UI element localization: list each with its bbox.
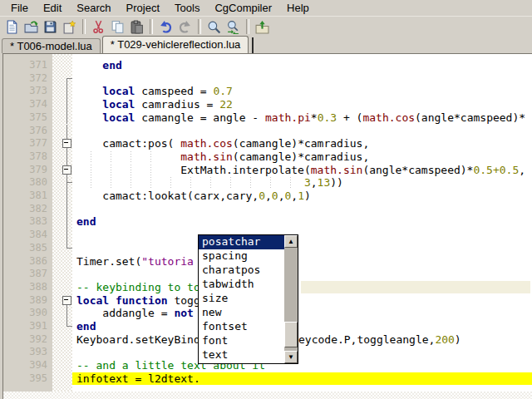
find-replace-button[interactable] [224, 17, 243, 36]
code-line-371[interactable]: end [72, 59, 532, 72]
fold-marker [52, 98, 72, 111]
toolbar-separator [246, 19, 249, 34]
code-line-378[interactable]: math.sin(camangle)*camradius, [72, 150, 532, 164]
scrollbar-thumb[interactable] [284, 322, 298, 347]
autocomplete-item-text[interactable]: text [199, 348, 284, 362]
line-number: 381 [14, 190, 47, 203]
line-number: 390 [14, 307, 47, 320]
redo-button[interactable] [175, 17, 195, 36]
code-line-376[interactable] [72, 125, 532, 138]
line-number: 384 [14, 229, 47, 242]
menu-search[interactable]: Search [69, 1, 118, 15]
code-line-388[interactable]: -- keybinding to to [72, 281, 532, 294]
code-text: camact:lookat(carx,cary,0,0,0,1) [76, 190, 311, 203]
fold-collapse-icon[interactable] [52, 294, 72, 308]
menu-help[interactable]: Help [279, 1, 317, 15]
copy-icon [111, 20, 125, 34]
fold-marker [52, 176, 72, 190]
line-number: 395 [14, 372, 47, 386]
menu-file[interactable]: File [3, 1, 36, 15]
line-number: 394 [14, 359, 47, 372]
new-button[interactable] [2, 17, 22, 36]
autocomplete-item-spacing[interactable]: spacing [199, 249, 284, 264]
open-button[interactable] [22, 17, 41, 36]
line-number-gutter[interactable]: 3713723733743753763773783793803813823833… [3, 54, 52, 399]
menu-tools[interactable]: Tools [167, 1, 207, 15]
code-line-384[interactable] [72, 229, 532, 242]
find-replace-icon [226, 20, 240, 34]
code-line-381[interactable]: camact:lookat(carx,cary,0,0,0,1) [72, 190, 532, 203]
menu-edit[interactable]: Edit [36, 1, 69, 15]
tab-t029-vehiclereflection[interactable]: * T029-vehiclereflection.lua [102, 36, 249, 53]
autocomplete-item-posatchar[interactable]: posatchar [199, 235, 284, 249]
code-text: end [76, 59, 122, 72]
autocomplete-popup[interactable]: posatcharspacingcharatpostabwidthsizenew… [198, 234, 298, 364]
line-number: 377 [14, 137, 47, 150]
code-line-375[interactable]: local camangle = angle - math.pi*0.3 + (… [72, 111, 532, 125]
code-line-373[interactable]: local camspeed = 0.7 [72, 85, 532, 98]
line-number: 374 [14, 98, 47, 111]
code-line-379[interactable]: ExtMath.interpolate(math.sin(angle*camsp… [72, 164, 532, 177]
line-number: 385 [14, 242, 47, 255]
import-button[interactable] [253, 17, 272, 36]
autocomplete-scrollbar[interactable]: ▲ ▼ [284, 235, 298, 363]
code-line-374[interactable]: local camradius = 22 [72, 98, 532, 111]
code-line-389[interactable]: local function togg [72, 294, 532, 308]
autocomplete-item-charatpos[interactable]: charatpos [199, 264, 284, 278]
undo-icon [159, 20, 173, 34]
autocomplete-item-size[interactable]: size [199, 292, 284, 306]
highlight-band [301, 281, 530, 293]
menu-project[interactable]: Project [119, 1, 167, 15]
autocomplete-list[interactable]: posatcharspacingcharatpostabwidthsizenew… [199, 235, 284, 363]
new-from-template-button[interactable] [60, 17, 79, 36]
code-text: local function togg [76, 294, 200, 308]
new-from-template-icon [62, 20, 76, 34]
code-line-390[interactable]: addangle = not [72, 307, 532, 320]
tab-t006-model[interactable]: * T006-model.lua [2, 38, 101, 53]
cut-icon [91, 20, 106, 34]
paste-button[interactable] [127, 17, 146, 36]
code-line-387[interactable] [72, 268, 532, 281]
line-number: 376 [14, 125, 47, 138]
line-number: 389 [14, 294, 47, 308]
redo-icon [178, 20, 192, 34]
scrollbar-down-icon[interactable]: ▼ [284, 351, 298, 363]
code-line-386[interactable]: Timer.set("tutoria [72, 255, 532, 268]
menu-cgcompiler[interactable]: CgCompiler [207, 1, 279, 15]
code-line-380[interactable]: 3,13)) [72, 176, 532, 190]
fold-marker [52, 215, 72, 229]
code-line-391[interactable]: end [72, 320, 532, 333]
horizontal-scrollbar[interactable] [3, 392, 532, 399]
fold-collapse-icon[interactable] [52, 137, 72, 150]
autocomplete-item-new[interactable]: new [199, 306, 284, 320]
autocomplete-item-tabwidth[interactable]: tabwidth [199, 278, 284, 292]
find-button[interactable] [204, 17, 224, 36]
code-line-382[interactable] [72, 203, 532, 216]
open-icon [24, 20, 38, 34]
fold-marker [52, 125, 72, 138]
code-line-372[interactable] [72, 72, 532, 86]
scrollbar-up-icon[interactable]: ▲ [284, 235, 298, 248]
fold-marker [52, 307, 72, 320]
code-area[interactable]: end local camspeed = 0.7 local camradius… [72, 54, 532, 399]
line-number: 386 [14, 255, 47, 268]
copy-button[interactable] [108, 17, 127, 36]
autocomplete-item-font[interactable]: font [199, 334, 284, 348]
fold-marker [52, 242, 72, 255]
code-line-394[interactable]: -- and a little text about it [72, 359, 532, 372]
code-line-392[interactable]: Keyboard.setKeyBind(eycode.P,toggleangle… [72, 333, 532, 347]
code-line-385[interactable] [72, 242, 532, 255]
code-text: -- keybinding to to [76, 281, 200, 294]
autocomplete-item-fontset[interactable]: fontset [199, 320, 284, 334]
fold-collapse-icon[interactable] [52, 164, 72, 177]
fold-margin[interactable] [52, 54, 72, 399]
line-number: 391 [14, 320, 47, 333]
save-button[interactable] [41, 17, 60, 36]
cut-button[interactable] [89, 17, 108, 36]
code-line-383[interactable]: end [72, 215, 532, 229]
code-line-393[interactable] [72, 346, 532, 359]
undo-button[interactable] [156, 17, 175, 36]
code-line-377[interactable]: camact:pos( math.cos(camangle)*camradius… [72, 137, 532, 150]
code-text: camact:pos( math.cos(camangle)*camradius… [76, 137, 369, 150]
code-line-395[interactable]: infotext = l2dtext. [72, 372, 532, 386]
